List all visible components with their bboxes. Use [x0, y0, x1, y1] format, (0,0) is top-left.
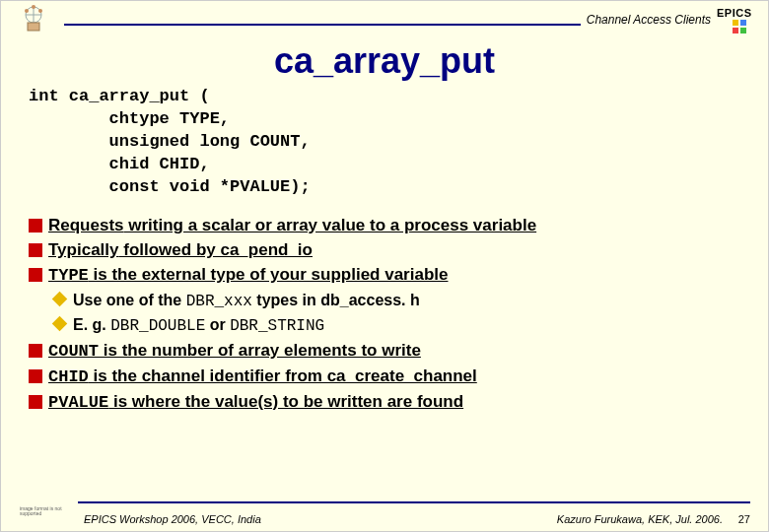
bullet-text: Typically followed by ca_pend_io [48, 239, 313, 262]
square-bullet-icon [29, 344, 42, 358]
bullet-l1: CHID is the channel identifier from ca_c… [29, 366, 740, 389]
bullet-text: E. g. DBR_DOUBLE or DBR_STRING [73, 314, 324, 338]
diamond-bullet-icon [52, 291, 68, 306]
footer-divider [78, 501, 750, 503]
square-bullet-icon [29, 268, 42, 282]
bullet-text: Requests writing a scalar or array value… [48, 215, 536, 237]
header: Channel Access Clients EPICS [1, 1, 768, 36]
code-line: chid CHID, [29, 155, 210, 173]
bullet-l1: PVALUE is where the value(s) to be writt… [29, 391, 740, 415]
header-divider [64, 24, 581, 26]
diamond-bullet-icon [52, 316, 68, 332]
bullet-text: TYPE is the external type of your suppli… [48, 264, 448, 288]
code-line: int ca_array_put ( [29, 87, 210, 105]
code-line: chtype TYPE, [29, 109, 230, 128]
footer-image-placeholder: image format is not supported [19, 505, 78, 525]
footer: image format is not supported EPICS Work… [1, 501, 768, 525]
code-line: unsigned long COUNT, [29, 132, 311, 151]
code-line: const void *PVALUE); [29, 177, 311, 196]
emblem-icon [9, 3, 58, 36]
bullet-list: Requests writing a scalar or array value… [1, 199, 768, 415]
bullet-text: Use one of the DBR_xxx types in db_acces… [73, 290, 420, 313]
bullet-l2: Use one of the DBR_xxx types in db_acces… [52, 290, 740, 313]
bullet-l1: Typically followed by ca_pend_io [29, 239, 740, 262]
header-breadcrumb: Channel Access Clients [587, 13, 711, 27]
footer-row: image format is not supported EPICS Work… [19, 505, 750, 525]
epics-logo-text: EPICS [717, 7, 760, 19]
bullet-l1: COUNT is the number of array elements to… [29, 340, 740, 364]
svg-point-6 [32, 5, 35, 9]
bullet-l1: Requests writing a scalar or array value… [29, 215, 740, 237]
epics-logo: EPICS [717, 7, 760, 33]
svg-point-4 [25, 9, 29, 13]
code-block: int ca_array_put ( chtype TYPE, unsigned… [1, 86, 768, 199]
square-bullet-icon [29, 369, 42, 383]
bullet-l2: E. g. DBR_DOUBLE or DBR_STRING [52, 314, 740, 338]
epics-logo-blocks [733, 20, 752, 33]
slide-title: ca_array_put [1, 40, 768, 82]
bullet-l1: TYPE is the external type of your suppli… [29, 264, 740, 288]
svg-rect-3 [28, 23, 39, 31]
bullet-text: CHID is the channel identifier from ca_c… [48, 366, 477, 389]
svg-point-5 [38, 9, 42, 13]
slide: Channel Access Clients EPICS ca_array_pu… [0, 0, 769, 532]
bullet-text: COUNT is the number of array elements to… [48, 340, 421, 364]
bullet-text: PVALUE is where the value(s) to be writt… [48, 391, 463, 415]
footer-left-text: EPICS Workshop 2006, VECC, India [84, 513, 557, 525]
footer-right-text: Kazuro Furukawa, KEK, Jul. 2006. [557, 513, 723, 525]
square-bullet-icon [29, 395, 42, 409]
square-bullet-icon [29, 243, 42, 257]
footer-page-number: 27 [731, 513, 750, 525]
square-bullet-icon [29, 219, 42, 233]
